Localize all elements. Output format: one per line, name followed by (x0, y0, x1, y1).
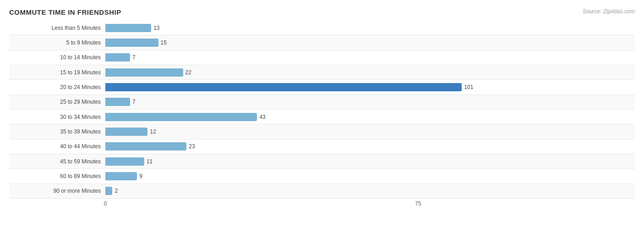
table-row: 15 to 19 Minutes22 (9, 65, 635, 80)
bar-area: 13 (105, 21, 635, 35)
chart-container: COMMUTE TIME IN FRIENDSHIP Source: ZipAt… (0, 0, 644, 240)
bar-value: 101 (464, 84, 473, 90)
bar-value: 12 (150, 128, 156, 135)
rows-container: Less than 5 Minutes135 to 9 Minutes1510 … (9, 21, 635, 199)
row-label: 60 to 89 Minutes (9, 173, 105, 179)
x-axis-label: 0 (104, 201, 107, 207)
row-label: 45 to 59 Minutes (9, 158, 105, 165)
bar-area: 101 (105, 80, 635, 94)
bar-area: 12 (105, 124, 635, 139)
bar: 2 (105, 187, 112, 195)
bar-value: 2 (115, 188, 118, 194)
bar-area: 2 (105, 184, 635, 198)
table-row: 90 or more Minutes2 (9, 184, 635, 199)
bar: 43 (105, 113, 257, 121)
chart-area: Less than 5 Minutes135 to 9 Minutes1510 … (9, 21, 635, 209)
bar-value: 13 (153, 25, 159, 31)
bar: 9 (105, 172, 137, 180)
table-row: 60 to 89 Minutes9 (9, 169, 635, 184)
row-label: 15 to 19 Minutes (9, 69, 105, 76)
bar-area: 7 (105, 95, 635, 109)
x-axis-label: 75 (415, 201, 421, 207)
bar: 15 (105, 39, 158, 47)
bar-area: 11 (105, 154, 635, 168)
bar-area: 15 (105, 35, 635, 50)
source-label: Source: ZipAtlas.com (583, 8, 635, 15)
bar: 23 (105, 142, 186, 151)
row-label: 20 to 24 Minutes (9, 84, 105, 90)
row-label: 30 to 34 Minutes (9, 114, 105, 120)
chart-title: COMMUTE TIME IN FRIENDSHIP (9, 8, 635, 16)
bar-area: 23 (105, 140, 635, 154)
bar-value: 22 (186, 69, 191, 76)
row-label: 5 to 9 Minutes (9, 39, 105, 46)
table-row: 10 to 14 Minutes7 (9, 50, 635, 65)
bar-value: 43 (259, 114, 265, 120)
bar-value: 15 (161, 39, 167, 46)
table-row: 25 to 29 Minutes7 (9, 95, 635, 110)
row-label: 40 to 44 Minutes (9, 143, 105, 150)
bar: 12 (105, 128, 147, 136)
row-label: Less than 5 Minutes (9, 25, 105, 31)
table-row: 30 to 34 Minutes43 (9, 110, 635, 124)
bar-value: 11 (147, 158, 153, 165)
bar-area: 43 (105, 110, 635, 124)
row-label: 25 to 29 Minutes (9, 99, 105, 105)
table-row: 35 to 39 Minutes12 (9, 124, 635, 139)
bar: 11 (105, 157, 144, 166)
table-row: 20 to 24 Minutes101 (9, 80, 635, 95)
bar-area: 9 (105, 169, 635, 183)
bar-value: 7 (132, 99, 136, 105)
bar-value: 9 (139, 173, 142, 179)
row-label: 90 or more Minutes (9, 188, 105, 194)
bar-area: 22 (105, 65, 635, 79)
bar-area: 7 (105, 50, 635, 65)
bar-value: 7 (132, 54, 136, 61)
bar: 101 (105, 83, 462, 91)
table-row: 45 to 59 Minutes11 (9, 154, 635, 169)
row-label: 10 to 14 Minutes (9, 54, 105, 61)
table-row: 5 to 9 Minutes15 (9, 35, 635, 50)
bar: 13 (105, 24, 151, 32)
table-row: 40 to 44 Minutes23 (9, 140, 635, 154)
row-label: 35 to 39 Minutes (9, 128, 105, 135)
bar: 22 (105, 68, 183, 77)
bar: 7 (105, 53, 130, 61)
table-row: Less than 5 Minutes13 (9, 21, 635, 35)
bar: 7 (105, 98, 130, 106)
bar-value: 23 (189, 143, 195, 150)
x-axis: 075150 (9, 199, 635, 209)
